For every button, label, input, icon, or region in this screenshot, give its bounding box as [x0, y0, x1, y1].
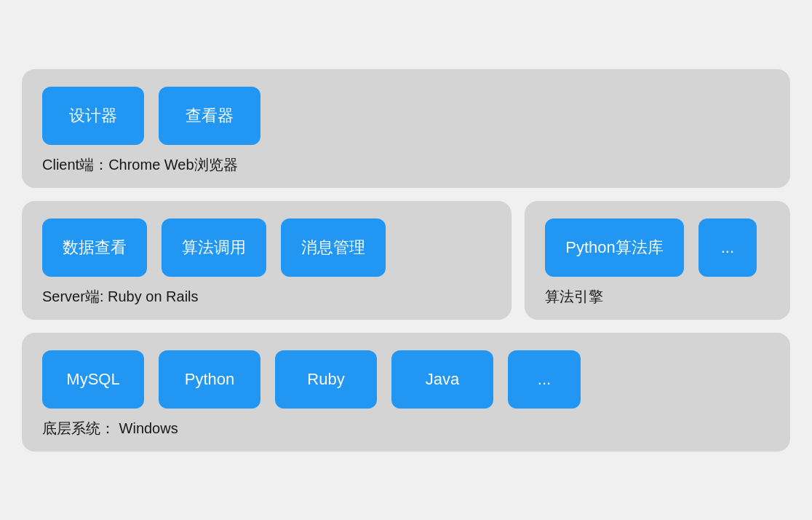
base-more-button[interactable]: ...	[508, 350, 581, 409]
algo-more-button[interactable]: ...	[698, 218, 757, 277]
algo-label: 算法引擎	[545, 287, 770, 307]
client-buttons: 设计器 查看器	[42, 87, 770, 145]
client-section: 设计器 查看器 Client端：Chrome Web浏览器	[22, 69, 790, 188]
designer-button[interactable]: 设计器	[42, 87, 144, 145]
base-label: 底层系统： Windows	[42, 419, 770, 438]
algo-buttons: Python算法库 ...	[545, 218, 770, 277]
data-view-button[interactable]: 数据查看	[42, 218, 147, 277]
ruby-button[interactable]: Ruby	[275, 350, 377, 409]
middle-row: 数据查看 算法调用 消息管理 Server端: Ruby on Rails Py…	[22, 201, 790, 320]
java-button[interactable]: Java	[391, 350, 493, 409]
base-section: MySQL Python Ruby Java ... 底层系统： Windows	[22, 333, 790, 452]
python-lib-button[interactable]: Python算法库	[545, 218, 684, 277]
mysql-button[interactable]: MySQL	[42, 350, 144, 409]
algo-call-button[interactable]: 算法调用	[162, 218, 266, 277]
client-label: Client端：Chrome Web浏览器	[42, 155, 770, 175]
server-buttons: 数据查看 算法调用 消息管理	[42, 218, 491, 277]
msg-mgmt-button[interactable]: 消息管理	[281, 218, 386, 277]
viewer-button[interactable]: 查看器	[159, 87, 260, 145]
server-label: Server端: Ruby on Rails	[42, 287, 491, 307]
server-section: 数据查看 算法调用 消息管理 Server端: Ruby on Rails	[22, 201, 512, 320]
python-button[interactable]: Python	[159, 350, 260, 409]
algo-section: Python算法库 ... 算法引擎	[525, 201, 790, 320]
base-buttons: MySQL Python Ruby Java ...	[42, 350, 770, 409]
